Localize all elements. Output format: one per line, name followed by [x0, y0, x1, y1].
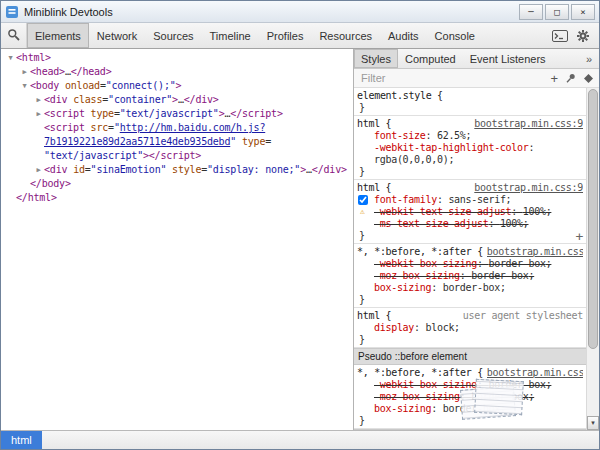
style-property[interactable]: font-family: sans-serif; — [357, 194, 583, 206]
code-token: type — [91, 108, 114, 119]
dom-node-line[interactable]: 7b1919221e89d2aa5711e4deb935debd" type= — [1, 135, 353, 149]
dom-node-line[interactable]: </body> — [1, 177, 353, 191]
styles-scrollbar[interactable]: ▾ — [586, 88, 599, 430]
sidebar-tab-computed[interactable]: Computed — [398, 49, 463, 68]
tab-resources[interactable]: Resources — [311, 23, 380, 48]
tab-timeline[interactable]: Timeline — [202, 23, 259, 48]
tab-audits[interactable]: Audits — [380, 23, 427, 48]
style-property[interactable]: -ms-text-size-adjust: 100%; — [357, 218, 583, 230]
style-property[interactable]: box-sizing: border-box; — [357, 403, 583, 415]
rule-selector[interactable]: element.style { — [357, 90, 443, 102]
stylesheet-origin-label: user agent stylesheet — [463, 310, 583, 322]
property-value: border-box — [471, 270, 528, 281]
devtools-toolbar: ElementsNetworkSourcesTimelineProfilesRe… — [1, 23, 599, 49]
style-rule: *, *:before, *:after {bootstrap.min.css:… — [354, 365, 586, 429]
dom-node-line[interactable]: <script src="http://hm.baidu.com/h.js? — [1, 121, 353, 135]
main-tabs: ElementsNetworkSourcesTimelineProfilesRe… — [27, 23, 483, 48]
dom-node-line[interactable]: ▼<html> — [1, 51, 353, 65]
pin-icon[interactable] — [565, 73, 576, 84]
stylesheet-link[interactable]: bootstrap.min.css:9 — [487, 246, 583, 258]
add-property-plus-icon[interactable]: + — [575, 231, 583, 243]
code-token: "text/javascript" — [44, 150, 143, 161]
style-property[interactable]: -moz-box-sizing: border-box; — [357, 391, 583, 403]
style-property[interactable]: ⚠-webkit-text-size-adjust: 100%; — [357, 206, 583, 218]
element-state-icon[interactable] — [583, 73, 594, 84]
devtools-window: Miniblink Devtools ─ □ × ElementsNetwork… — [0, 0, 600, 450]
code-token: "sinaEmotion" — [91, 164, 167, 175]
tab-sources[interactable]: Sources — [145, 23, 201, 48]
code-token: </script> — [230, 108, 282, 119]
code-token: src — [91, 122, 108, 133]
styles-filter-row: + — [354, 69, 599, 88]
console-drawer-icon[interactable] — [552, 30, 568, 42]
rule-selector[interactable]: *, *:before, *:after { — [357, 367, 483, 379]
window-titlebar[interactable]: Miniblink Devtools ─ □ × — [1, 1, 599, 23]
rule-close-brace: } — [357, 294, 583, 306]
code-token: <html> — [16, 52, 51, 63]
scrollbar-thumb[interactable] — [588, 89, 598, 349]
style-property[interactable]: box-sizing: border-box; — [357, 282, 583, 294]
resource-link[interactable]: http://hm.baidu.com/h.js? — [120, 122, 266, 133]
code-token: type — [242, 136, 265, 147]
maximize-button[interactable]: □ — [545, 4, 569, 20]
close-button[interactable]: × — [571, 4, 595, 20]
breadcrumb-bar: html — [1, 430, 599, 449]
expand-arrow-open-icon[interactable]: ▼ — [19, 79, 30, 93]
rule-close-brace: } — [357, 166, 583, 178]
scrollbar-down-arrow-icon[interactable]: ▾ — [587, 416, 599, 430]
style-rule: html {bootstrap.min.css:9font-size: 62.5… — [354, 116, 586, 180]
property-value: block — [426, 322, 455, 333]
code-token: <script — [44, 108, 85, 119]
style-property[interactable]: display: block; — [357, 322, 583, 334]
expand-arrow-closed-icon[interactable]: ▶ — [33, 93, 44, 107]
new-style-rule-plus-icon[interactable]: + — [550, 72, 558, 85]
code-token: <script — [44, 122, 85, 133]
inspect-search-button[interactable] — [1, 23, 27, 48]
style-property[interactable]: -webkit-box-sizing: border-box; — [357, 258, 583, 270]
rule-selector[interactable]: html { — [357, 310, 391, 322]
stylesheet-link[interactable]: bootstrap.min.css:9 — [487, 367, 583, 379]
dom-node-line[interactable]: ▶<div id="sinaEmotion" style="display: n… — [1, 163, 353, 177]
stylesheet-link[interactable]: bootstrap.min.css:9 — [474, 182, 583, 194]
tab-profiles[interactable]: Profiles — [259, 23, 312, 48]
code-token: <head> — [30, 66, 65, 77]
styles-filter-input[interactable] — [359, 71, 543, 85]
stylesheet-link[interactable]: bootstrap.min.css:9 — [474, 118, 583, 130]
style-property[interactable]: -moz-box-sizing: border-box; — [357, 270, 583, 282]
style-property[interactable]: font-size: 62.5%; — [357, 130, 583, 142]
settings-gear-icon[interactable] — [576, 29, 590, 43]
dom-node-line[interactable]: ▶<script type="text/javascript">…</scrip… — [1, 107, 353, 121]
tab-console[interactable]: Console — [427, 23, 483, 48]
dom-node-line[interactable]: ▶<div class="container">…</div> — [1, 93, 353, 107]
resource-link[interactable]: 7b1919221e89d2aa5711e4deb935debd — [44, 136, 230, 147]
tab-elements[interactable]: Elements — [27, 23, 89, 48]
style-property[interactable]: -webkit-box-sizing: border-box; — [357, 379, 583, 391]
dom-node-line[interactable]: "text/javascript"></script> — [1, 149, 353, 163]
dom-node-line[interactable]: ▶<head>…</head> — [1, 65, 353, 79]
tab-network[interactable]: Network — [89, 23, 145, 48]
style-property[interactable]: -webkit-tap-highlight-color: rgba(0,0,0,… — [357, 142, 583, 166]
rule-close-brace: } — [357, 230, 583, 242]
expand-arrow-closed-icon[interactable]: ▶ — [19, 65, 30, 79]
sidebar-tab-overflow[interactable]: » — [579, 49, 599, 68]
expand-arrow-open-icon[interactable]: ▼ — [5, 51, 16, 65]
minimize-button[interactable]: ─ — [519, 4, 543, 20]
rule-selector[interactable]: *, *:before, *:after { — [357, 246, 483, 258]
rule-selector[interactable]: html { — [357, 182, 391, 194]
sidebar-tab-styles[interactable]: Styles — [354, 49, 398, 68]
code-token: <body — [30, 80, 59, 91]
expand-arrow-closed-icon[interactable]: ▶ — [33, 107, 44, 121]
dom-node-line[interactable]: </html> — [1, 191, 353, 205]
breadcrumb-crumb-html[interactable]: html — [1, 431, 42, 449]
expand-arrow-closed-icon[interactable]: ▶ — [33, 163, 44, 177]
code-token: "container" — [108, 94, 172, 105]
pseudo-section-header: Pseudo ::after element — [354, 429, 586, 430]
sidebar-tab-event-listeners[interactable]: Event Listeners — [463, 49, 553, 68]
warning-icon: ⚠ — [360, 206, 365, 218]
dom-node-line[interactable]: ▼<body onload="connect();"> — [1, 79, 353, 93]
property-value: rgba(0,0,0,0) — [374, 154, 448, 165]
property-name: -moz-box-sizing — [374, 391, 460, 402]
property-toggle-checkbox[interactable] — [358, 195, 368, 205]
rule-selector[interactable]: html { — [357, 118, 391, 130]
window-title: Miniblink Devtools — [24, 6, 517, 18]
